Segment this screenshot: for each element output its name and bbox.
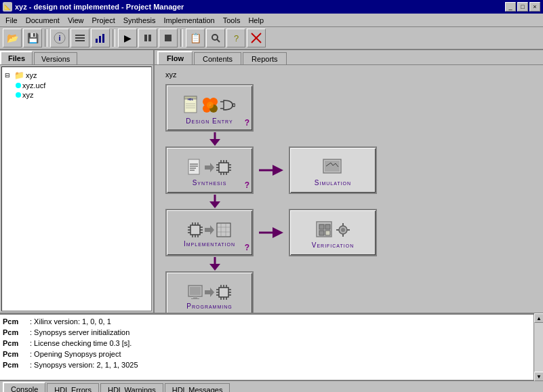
svg-marker-52: [273, 165, 283, 176]
svg-rect-3: [75, 37, 85, 39]
tab-files[interactable]: Files: [0, 51, 33, 64]
simulation-label: Simulation: [315, 179, 351, 187]
menu-document[interactable]: Document: [22, 15, 64, 26]
toolbar-help[interactable]: ?: [226, 28, 245, 47]
scroll-up-button[interactable]: ▲: [534, 313, 543, 323]
arrow-implementation-to-programming: [209, 256, 220, 271]
svg-rect-92: [336, 229, 339, 231]
menu-help[interactable]: Help: [244, 15, 268, 26]
file-status-dot: [16, 83, 21, 88]
toolbar-copy[interactable]: 📋: [186, 28, 205, 47]
toolbar-search[interactable]: [206, 28, 225, 47]
toolbar-settings[interactable]: [71, 28, 89, 47]
console-line-2: Pcm : License checking time 0.3 [s].: [3, 338, 540, 349]
flow-box-verification[interactable]: Verification: [289, 209, 377, 256]
svg-rect-97: [190, 287, 201, 295]
flow-box-implementation[interactable]: Implementation ?: [165, 209, 254, 256]
svg-point-29: [233, 104, 235, 106]
svg-marker-95: [209, 264, 220, 271]
console-line-4: Pcm : Synopsys version: 2, 1, 1, 3025: [3, 359, 540, 370]
scroll-down-button[interactable]: ▼: [534, 372, 543, 381]
toolbar-info[interactable]: i: [50, 28, 69, 47]
implementation-question[interactable]: ?: [245, 243, 249, 252]
menu-implementation[interactable]: Implementation: [159, 15, 218, 26]
right-panel-tabs: Flow Contents Reports: [155, 50, 543, 65]
svg-line-12: [217, 39, 220, 42]
tab-reports[interactable]: Reports: [243, 52, 287, 64]
design-entry-question[interactable]: ?: [245, 118, 249, 128]
tree-expand-icon[interactable]: ⊟: [5, 72, 13, 79]
design-entry-label: Design Entry: [186, 117, 233, 125]
svg-marker-81: [273, 227, 283, 238]
synthesis-question[interactable]: ?: [245, 180, 249, 190]
menu-tools[interactable]: Tools: [219, 15, 245, 26]
flow-row-synthesis: Synthesis ?: [165, 146, 377, 194]
file-status-dot2: [16, 92, 21, 98]
maximize-button[interactable]: □: [517, 2, 528, 12]
tab-versions[interactable]: Versions: [34, 52, 77, 64]
window-title: xyz - design not implemented - Project M…: [15, 3, 184, 11]
menu-synthesis[interactable]: Synthesis: [119, 15, 160, 26]
svg-rect-2: [75, 35, 85, 36]
svg-rect-8: [144, 35, 147, 41]
flow-box-design-entry[interactable]: HDL: [165, 84, 254, 132]
menu-file[interactable]: File: [1, 15, 22, 26]
tab-hdl-errors[interactable]: HDL Errors: [47, 383, 99, 392]
menu-view[interactable]: View: [64, 15, 88, 26]
toolbar-pause[interactable]: [138, 28, 157, 47]
flow-area: xyz HDL: [155, 65, 543, 313]
flow-box-synthesis[interactable]: Synthesis ?: [165, 146, 254, 194]
toolbar-save[interactable]: 💾: [23, 28, 42, 47]
toolbar-run[interactable]: ▶: [118, 28, 137, 47]
implementation-icons: [185, 218, 234, 239]
tab-flow[interactable]: Flow: [157, 51, 193, 64]
svg-rect-32: [188, 159, 199, 174]
console-scrollbar[interactable]: ▲ ▼: [534, 313, 543, 381]
verification-icons: [313, 217, 353, 240]
tree-children: xyz.ucf xyz: [5, 81, 148, 100]
svg-rect-4: [75, 40, 85, 41]
svg-text:HDL: HDL: [188, 98, 194, 101]
toolbar-stop[interactable]: [159, 28, 178, 47]
synth-doc-icon: [188, 159, 203, 176]
arrow-implementation-to-verification: [259, 226, 283, 239]
svg-point-89: [341, 228, 345, 232]
tree-root[interactable]: ⊟ 📁 xyz: [5, 70, 148, 81]
programming-label: Programming: [186, 302, 232, 310]
flow-row-design-entry: HDL: [165, 84, 254, 132]
impl-chip-icon: [188, 222, 203, 237]
svg-rect-38: [219, 163, 228, 172]
minimize-button[interactable]: _: [505, 2, 516, 12]
svg-rect-10: [165, 35, 172, 41]
toolbar-extra[interactable]: [247, 28, 266, 47]
close-button[interactable]: ×: [529, 2, 540, 12]
tree-item-ucf[interactable]: xyz.ucf: [16, 81, 148, 90]
menu-bar: File Document View Project Synthesis Imp…: [0, 14, 543, 27]
toolbar-chart[interactable]: [91, 28, 110, 47]
synthesis-label: Synthesis: [193, 179, 227, 187]
svg-marker-60: [209, 201, 220, 208]
svg-marker-74: [205, 225, 214, 235]
tab-console[interactable]: Console: [3, 382, 45, 392]
tree-item-xyz-label: xyz: [22, 91, 34, 99]
scroll-track[interactable]: [534, 323, 543, 372]
svg-point-26: [207, 102, 214, 109]
flow-box-programming[interactable]: Programming: [165, 271, 254, 313]
tab-hdl-warnings[interactable]: HDL Warnings: [100, 383, 163, 392]
synthesis-icons: [185, 155, 234, 178]
tab-hdl-messages[interactable]: HDL Messages: [165, 383, 230, 392]
left-panel: Files Versions ⊟ 📁 xyz xyz.ucf xyz: [0, 50, 155, 313]
svg-rect-84: [319, 224, 324, 229]
tab-contents[interactable]: Contents: [194, 52, 241, 64]
tree-item-xyz[interactable]: xyz: [16, 90, 148, 100]
menu-project[interactable]: Project: [88, 15, 119, 26]
simulation-icons: [320, 155, 346, 178]
tree-item-ucf-label: xyz.ucf: [22, 81, 45, 90]
circles-icon: [202, 97, 218, 113]
flow-box-simulation[interactable]: Simulation: [289, 146, 377, 194]
toolbar-new[interactable]: 📂: [3, 28, 22, 47]
svg-rect-9: [148, 35, 151, 41]
svg-marker-100: [205, 288, 214, 297]
svg-text:?: ?: [234, 33, 239, 43]
project-name: xyz: [165, 71, 532, 79]
